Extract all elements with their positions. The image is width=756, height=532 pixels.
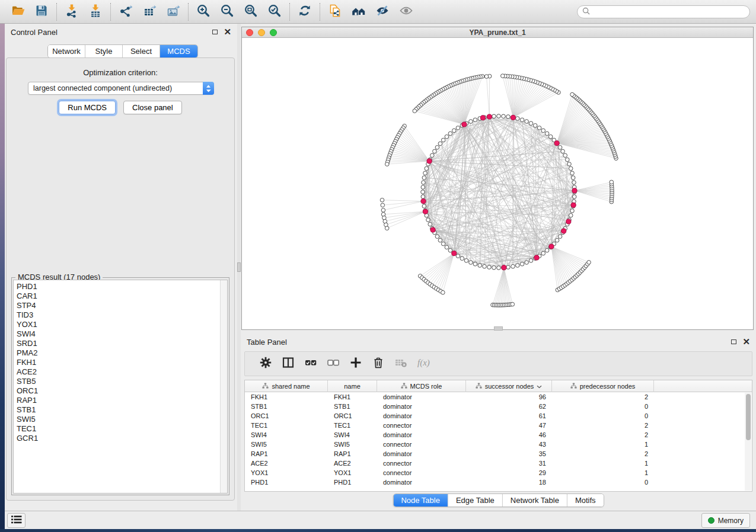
import-table-button[interactable] [84, 2, 107, 21]
cell-MCDS-role[interactable]: connector [377, 468, 466, 477]
update-view-button[interactable] [293, 2, 317, 21]
table-row[interactable]: YOX1YOX1connector291 [245, 468, 752, 477]
mcds-result-item[interactable]: TEC1 [17, 424, 220, 434]
cell-shared-name[interactable]: RAP1 [245, 449, 328, 459]
cell-MCDS-role[interactable]: dominator [377, 402, 466, 411]
mcds-result-item[interactable]: ORC1 [17, 386, 220, 396]
close-panel-icon[interactable]: ✕ [224, 29, 231, 35]
mcds-result-item[interactable]: CAR1 [17, 291, 220, 301]
mcds-result-item[interactable]: SRD1 [17, 339, 220, 348]
tab-mcds[interactable]: MCDS [160, 45, 197, 57]
cell-successor-nodes[interactable]: 43 [466, 440, 552, 449]
mcds-result-item[interactable]: RAP1 [17, 396, 220, 405]
cell-MCDS-role[interactable]: dominator [377, 411, 466, 421]
mcds-result-item[interactable]: STB1 [17, 405, 220, 415]
mcds-result-scrollbar[interactable] [220, 280, 227, 493]
cell-name[interactable]: STB1 [328, 402, 377, 411]
table-row[interactable]: SWI4SWI4dominator462 [245, 430, 752, 440]
tab-edge-table[interactable]: Edge Table [448, 494, 503, 507]
mcds-result-item[interactable]: FKH1 [17, 358, 220, 367]
zoom-out-button[interactable] [215, 2, 239, 21]
table-settings-button[interactable] [254, 354, 277, 374]
table-row[interactable]: TEC1TEC1connector472 [245, 421, 752, 430]
export-image-button[interactable] [161, 2, 185, 21]
memory-button[interactable]: Memory [701, 513, 750, 528]
mcds-result-item[interactable]: SWI5 [17, 415, 220, 424]
table-row[interactable]: PHD1PHD1dominator180 [245, 477, 752, 487]
cell-name[interactable]: TEC1 [328, 421, 377, 430]
cell-name[interactable]: ORC1 [328, 411, 377, 421]
network-window-titlebar[interactable]: YPA_prune.txt_1 [242, 27, 753, 38]
table-vertical-scrollbar[interactable] [745, 393, 751, 491]
tab-motifs[interactable]: Motifs [567, 494, 604, 507]
save-session-button[interactable] [30, 2, 53, 21]
table-row[interactable]: ORC1ORC1dominator610 [245, 411, 752, 421]
cell-predecessor-nodes[interactable]: 1 [552, 468, 654, 477]
cell-shared-name[interactable]: STB1 [245, 402, 328, 411]
cell-MCDS-role[interactable]: connector [377, 440, 466, 449]
cell-name[interactable]: SWI5 [328, 440, 377, 449]
export-network-button[interactable] [114, 2, 138, 21]
import-network-button[interactable] [60, 2, 84, 21]
cell-successor-nodes[interactable]: 31 [466, 459, 552, 468]
mcds-result-item[interactable]: PMA2 [17, 348, 220, 358]
cell-successor-nodes[interactable]: 62 [466, 402, 552, 411]
add-column-button[interactable] [344, 354, 367, 374]
show-panels-list-button[interactable] [7, 513, 25, 528]
cell-name[interactable]: FKH1 [328, 392, 377, 402]
toggle-columns-button[interactable] [277, 354, 299, 374]
close-panel-button[interactable]: Close panel [123, 101, 182, 114]
zoom-in-button[interactable] [192, 2, 215, 21]
float-table-panel-icon[interactable] [731, 339, 736, 344]
cell-successor-nodes[interactable]: 29 [466, 468, 552, 477]
mcds-result-item[interactable]: SWI4 [17, 329, 220, 339]
cell-shared-name[interactable]: TEC1 [245, 421, 328, 430]
mcds-result-item[interactable]: YOX1 [17, 320, 220, 329]
column-header-MCDS-role[interactable]: MCDS role [377, 380, 466, 392]
zoom-fit-button[interactable] [239, 2, 263, 21]
mcds-result-item[interactable]: STB5 [17, 377, 220, 386]
cell-name[interactable]: PHD1 [328, 477, 377, 487]
search-box[interactable] [577, 5, 750, 18]
mcds-result-item[interactable]: STP4 [17, 301, 220, 310]
cell-MCDS-role[interactable]: dominator [377, 430, 466, 440]
table-row[interactable]: STB1STB1dominator620 [245, 402, 752, 411]
cell-name[interactable]: RAP1 [328, 449, 377, 459]
mcds-result-list[interactable]: PHD1CAR1STP4TID3YOX1SWI4SRD1PMA2FKH1ACE2… [13, 280, 228, 493]
cell-MCDS-role[interactable]: connector [377, 421, 466, 430]
table-row[interactable]: ACE2ACE2connector311 [245, 459, 752, 468]
cell-shared-name[interactable]: PHD1 [245, 477, 328, 487]
cell-shared-name[interactable]: FKH1 [245, 392, 328, 402]
cell-shared-name[interactable]: ACE2 [245, 459, 328, 468]
cell-predecessor-nodes[interactable]: 1 [552, 459, 654, 468]
cell-shared-name[interactable]: YOX1 [245, 468, 328, 477]
delete-columns-button[interactable] [367, 354, 390, 374]
float-panel-icon[interactable] [212, 30, 218, 34]
column-header-name[interactable]: name [328, 380, 377, 392]
cell-successor-nodes[interactable]: 18 [466, 477, 552, 487]
cell-MCDS-role[interactable]: dominator [377, 477, 466, 487]
cell-predecessor-nodes[interactable]: 2 [552, 430, 654, 440]
optimization-criterion-select[interactable]: largest connected component (undirected) [28, 82, 214, 95]
search-input[interactable] [593, 8, 745, 16]
column-header-predecessor-nodes[interactable]: predecessor nodes [552, 380, 654, 392]
network-canvas[interactable] [242, 38, 753, 329]
cell-shared-name[interactable]: SWI5 [245, 440, 328, 449]
cell-name[interactable]: YOX1 [328, 468, 377, 477]
mcds-result-item[interactable]: GCR1 [17, 434, 220, 443]
new-network-from-selection-button[interactable] [323, 2, 347, 21]
hide-selected-button[interactable] [371, 2, 394, 21]
cell-predecessor-nodes[interactable]: 2 [552, 449, 654, 459]
cell-name[interactable]: ACE2 [328, 459, 377, 468]
cell-predecessor-nodes[interactable]: 2 [552, 392, 654, 402]
column-header-successor-nodes[interactable]: successor nodes [466, 380, 552, 392]
select-all-rows-button[interactable] [299, 354, 322, 374]
deselect-all-rows-button[interactable] [322, 354, 344, 374]
zoom-selected-button[interactable] [263, 2, 286, 21]
tab-node-table[interactable]: Node Table [393, 494, 448, 507]
run-mcds-button[interactable]: Run MCDS [59, 101, 116, 114]
horizontal-splitter-grip[interactable] [494, 326, 503, 331]
table-row[interactable]: SWI5SWI5connector431 [245, 440, 752, 449]
cell-name[interactable]: SWI4 [328, 430, 377, 440]
export-table-button[interactable] [138, 2, 161, 21]
